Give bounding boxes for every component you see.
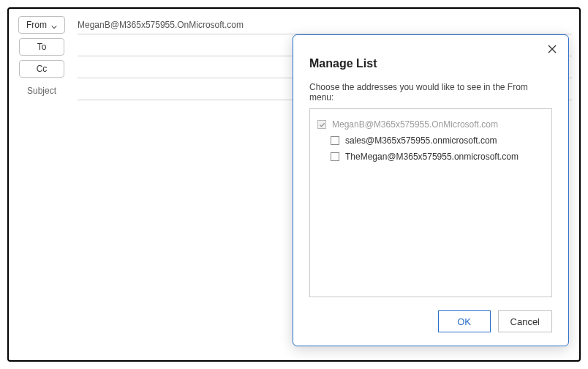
from-row: From MeganB@M365x575955.OnMicrosoft.com [16,15,572,35]
address-item[interactable]: TheMegan@M365x575955.onmicrosoft.com [317,149,544,165]
address-email: MeganB@M365x575955.OnMicrosoft.com [332,119,498,130]
manage-list-dialog: Manage List Choose the addresses you wou… [293,34,569,346]
address-email: TheMegan@M365x575955.onmicrosoft.com [345,152,519,162]
checkbox[interactable] [331,136,339,145]
close-button[interactable] [546,44,558,56]
address-item[interactable]: sales@M365x575955.onmicrosoft.com [317,133,544,149]
address-list: MeganB@M365x575955.OnMicrosoft.com sales… [309,108,552,297]
checkbox [317,120,326,129]
dialog-footer: OK Cancel [309,310,552,332]
dialog-title: Manage List [309,57,552,70]
compose-window: From MeganB@M365x575955.OnMicrosoft.com … [7,7,581,362]
ok-button[interactable]: OK [438,310,491,332]
cancel-button[interactable]: Cancel [498,310,552,332]
address-email: sales@M365x575955.onmicrosoft.com [345,135,497,146]
dialog-instruction: Choose the addresses you would like to s… [309,82,552,102]
subject-label: Subject [16,86,67,96]
to-button[interactable]: To [19,38,64,56]
to-label: To [37,42,47,52]
address-item: MeganB@M365x575955.OnMicrosoft.com [317,116,544,133]
cc-button[interactable]: Cc [19,60,64,78]
checkbox[interactable] [331,152,339,161]
close-icon [548,45,557,56]
from-label: From [26,20,47,30]
cc-label: Cc [37,64,48,74]
chevron-down-icon [51,22,57,28]
from-value[interactable]: MeganB@M365x575955.OnMicrosoft.com [78,15,572,34]
from-button[interactable]: From [18,16,65,34]
